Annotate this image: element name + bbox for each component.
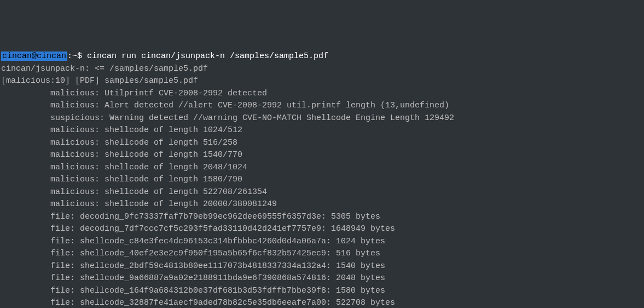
output-line: file: shellcode_2bdf59c4813b80ee1117073b… <box>1 260 643 273</box>
terminal[interactable]: cincan@cincan:~$ cincan run cincan/jsunp… <box>1 50 643 308</box>
output-line: [malicious:10] [PDF] samples/sample5.pdf <box>1 75 643 88</box>
output-line: malicious: shellcode of length 20000/380… <box>1 198 643 211</box>
output-line: cincan/jsunpack-n: <= /samples/sample5.p… <box>1 63 643 76</box>
output-line: malicious: shellcode of length 522708/26… <box>1 186 643 199</box>
output-line: malicious: shellcode of length 1024/512 <box>1 124 643 137</box>
output-line: file: decoding_7df7ccc7cf5c293f5fad33110… <box>1 223 643 236</box>
output-line: malicious: shellcode of length 1580/790 <box>1 174 643 186</box>
prompt-line: cincan@cincan:~$ cincan run cincan/jsunp… <box>1 52 328 61</box>
output-line: file: shellcode_40ef2e3e2c9f950f195a5b65… <box>1 248 643 260</box>
output-line: malicious: shellcode of length 1540/770 <box>1 149 643 162</box>
output-line: malicious: shellcode of length 516/258 <box>1 137 643 150</box>
output-line: file: decoding_9fc73337faf7b79eb99ec962d… <box>1 211 643 224</box>
output-line: malicious: Alert detected //alert CVE-20… <box>1 100 643 112</box>
output-line: malicious: shellcode of length 2048/1024 <box>1 162 643 174</box>
output-line: file: shellcode_9a66887a9a02e2188911bda9… <box>1 272 643 285</box>
command-text: cincan run cincan/jsunpack-n /samples/sa… <box>87 52 328 61</box>
output-line: file: shellcode_164f9a684312b0e37df681b3… <box>1 285 643 298</box>
output-line: malicious: Utilprintf CVE-2008-2992 dete… <box>1 88 643 100</box>
output-line: suspicious: Warning detected //warning C… <box>1 112 643 125</box>
prompt-suffix: :~$ <box>67 52 87 61</box>
output-line: file: shellcode_32887fe41aecf9aded78b82c… <box>1 297 643 308</box>
user-host: cincan@cincan <box>1 52 67 61</box>
output-line: file: shellcode_c84e3fec4dc96153c314bfbb… <box>1 236 643 248</box>
